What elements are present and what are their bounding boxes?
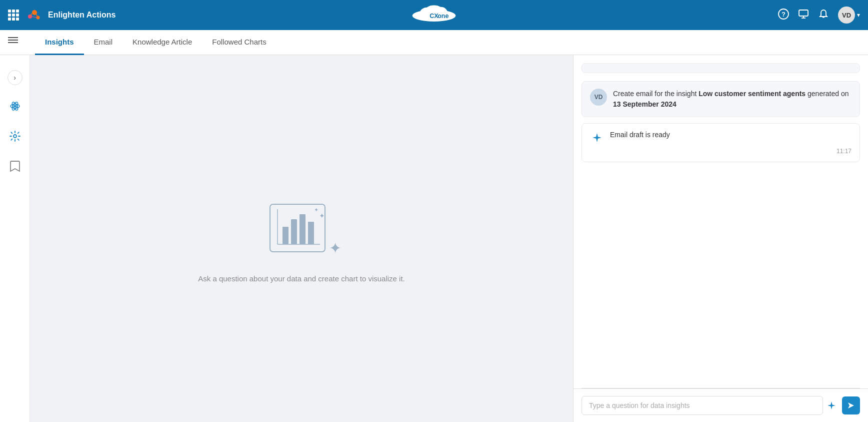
tab-insights[interactable]: Insights xyxy=(35,30,84,55)
sidebar-icon-atom[interactable] xyxy=(6,97,24,115)
svg-rect-25 xyxy=(282,227,288,244)
user-message-avatar: VD xyxy=(590,89,607,106)
tab-knowledge-article[interactable]: Knowledge Article xyxy=(122,30,202,55)
msg-text-prefix: Create email for the insight xyxy=(613,90,698,98)
grid-icon[interactable] xyxy=(8,10,19,21)
navbar-left: Enlighten Actions xyxy=(8,6,116,25)
user-message-content: Create email for the insight Low custome… xyxy=(613,89,852,110)
svg-rect-28 xyxy=(308,222,314,244)
message-row: VD Create email for the insight Low cust… xyxy=(590,89,852,110)
chat-input[interactable] xyxy=(582,396,823,415)
left-sidebar: › xyxy=(0,55,30,422)
ai-diamond-icon xyxy=(590,131,604,145)
chart-illustration: ✦ ✦ ✦ xyxy=(260,194,342,264)
collapse-button[interactable]: › xyxy=(8,70,22,85)
send-icon xyxy=(847,401,855,409)
help-icon[interactable]: ? xyxy=(778,9,789,22)
user-message-card: VD Create email for the insight Low cust… xyxy=(582,81,860,117)
message-placeholder xyxy=(582,63,860,73)
svg-point-17 xyxy=(14,105,16,108)
msg-text-suffix: generated on xyxy=(806,90,848,98)
user-avatar: VD xyxy=(838,7,855,24)
navbar-center: CX one xyxy=(409,5,459,26)
svg-point-21 xyxy=(14,135,16,138)
svg-text:?: ? xyxy=(782,11,786,18)
svg-text:one: one xyxy=(438,13,448,20)
bell-icon[interactable] xyxy=(818,9,829,22)
chevron-down-icon: ▾ xyxy=(857,12,860,19)
sidebar-icon-settings[interactable] xyxy=(6,127,24,145)
ai-message-text: Email draft is ready xyxy=(610,131,670,139)
content-area: ✦ ✦ ✦ Ask a question about your data and… xyxy=(30,55,573,422)
brand-name: Enlighten Actions xyxy=(48,11,116,20)
tab-email[interactable]: Email xyxy=(84,30,123,55)
main-layout: › xyxy=(0,55,868,422)
message-time: 11:17 xyxy=(590,148,852,155)
sidebar-icon-bookmark[interactable] xyxy=(6,157,24,175)
tab-followed-charts[interactable]: Followed Charts xyxy=(202,30,276,55)
msg-bold-date: 13 September 2024 xyxy=(613,100,676,108)
tabbar: Insights Email Knowledge Article Followe… xyxy=(0,30,868,55)
hamburger-menu[interactable] xyxy=(8,37,18,43)
empty-state-text: Ask a question about your data and creat… xyxy=(198,274,405,283)
monitor-icon[interactable] xyxy=(798,9,809,22)
chat-input-area xyxy=(574,388,868,422)
user-avatar-dropdown[interactable]: VD ▾ xyxy=(838,7,860,24)
navbar-right: ? VD ▾ xyxy=(778,7,860,24)
brand-logo: Enlighten Actions xyxy=(25,6,116,25)
input-diamond-icon xyxy=(827,401,836,410)
svg-rect-26 xyxy=(291,219,297,244)
ai-msg-row: Email draft is ready xyxy=(590,131,852,145)
ai-message-card: Email draft is ready 11:17 xyxy=(582,123,860,162)
svg-text:✦: ✦ xyxy=(314,207,318,213)
navbar: Enlighten Actions CX one ? xyxy=(0,0,868,30)
svg-rect-27 xyxy=(300,214,306,244)
send-button[interactable] xyxy=(842,396,860,414)
cxone-logo: CX one xyxy=(409,5,459,24)
empty-state: ✦ ✦ ✦ Ask a question about your data and… xyxy=(198,194,405,283)
chat-messages: VD Create email for the insight Low cust… xyxy=(574,55,868,388)
svg-rect-14 xyxy=(799,10,808,16)
msg-bold-insight: Low customer sentiment agents xyxy=(698,90,806,98)
svg-text:✦: ✦ xyxy=(329,240,342,256)
right-panel: VD Create email for the insight Low cust… xyxy=(573,55,868,422)
svg-text:✦: ✦ xyxy=(319,212,325,220)
enlighten-icon xyxy=(25,6,44,25)
